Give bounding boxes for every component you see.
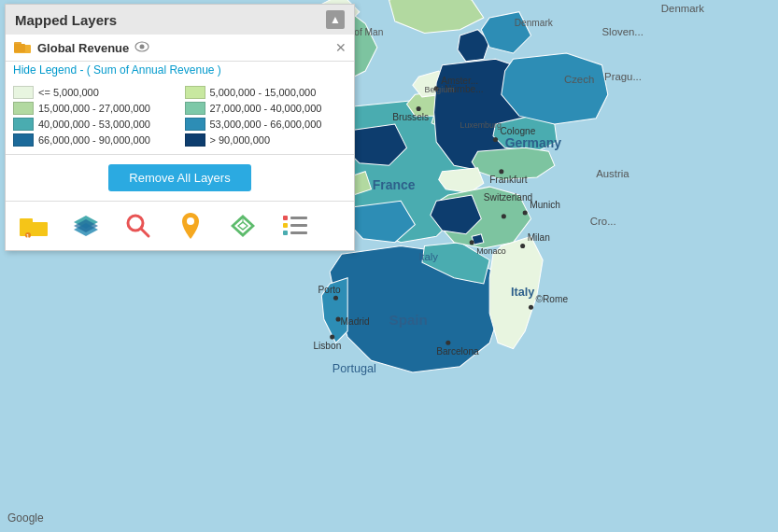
remove-btn-area: Remove All Layers (6, 155, 354, 202)
cro-label: Cro... (590, 216, 616, 227)
belgium-text: Belgium (425, 85, 455, 94)
rome-dot (529, 305, 533, 310)
porto-dot (333, 296, 338, 301)
legend-grid: <= 5,000,0005,000,000 - 15,000,00015,000… (13, 86, 347, 147)
monaco-label: Monaco (476, 246, 506, 256)
munich-dot (523, 210, 528, 215)
svg-rect-25 (283, 231, 288, 235)
sloven-label: Sloven... (602, 26, 644, 37)
brussels-dot (417, 106, 421, 111)
legend-label: 40,000,000 - 53,000,000 (38, 119, 150, 130)
layers-icon (72, 214, 100, 238)
search-tool-button[interactable] (120, 209, 157, 243)
monaco-dot (470, 240, 474, 245)
legend-swatch (13, 133, 34, 147)
legend-swatch (185, 86, 205, 99)
spain-text: Spain (389, 312, 428, 328)
list-tool-button[interactable] (276, 209, 314, 243)
germany-text: Germany (505, 135, 562, 150)
legend-item: 27,000,000 - 40,000,000 (185, 102, 347, 115)
legend-label: 66,000,000 - 90,000,000 (38, 134, 150, 146)
layer-visibility-icon[interactable] (134, 41, 149, 55)
legend-swatch (13, 102, 34, 115)
denmark-label: Denmark (515, 18, 554, 28)
legend-item: 15,000,000 - 27,000,000 (13, 102, 176, 115)
czech-label: Czech (564, 74, 594, 85)
barcelona-label: Barcelona (436, 346, 479, 357)
porto-label: Porto (318, 285, 342, 295)
denmark-map-label: Denmark (661, 3, 705, 14)
cologne-dot (493, 137, 498, 142)
svg-rect-21 (283, 216, 288, 220)
lisbon-label: Lisbon (313, 341, 341, 351)
austria-label: Austria (596, 168, 629, 179)
legend-label: 15,000,000 - 27,000,000 (38, 103, 150, 114)
italy-text: Italy (418, 251, 438, 262)
legend-label: <= 5,000,000 (38, 87, 99, 98)
munich-label: Munich (530, 200, 560, 210)
legend-item: 40,000,000 - 53,000,000 (13, 118, 176, 131)
svg-rect-7 (20, 222, 48, 236)
nuremburg-dot (502, 214, 506, 218)
legend-label: 27,000,000 - 40,000,000 (210, 103, 322, 114)
legend-swatch (13, 86, 34, 99)
legend-item: 66,000,000 - 90,000,000 (13, 133, 176, 147)
panel-collapse-button[interactable]: ▲ (326, 10, 345, 29)
pin-icon (179, 212, 202, 240)
svg-rect-26 (290, 231, 307, 234)
remove-all-layers-button[interactable]: Remove All Layers (108, 164, 250, 191)
legend-swatch (185, 102, 205, 115)
brussels-label: Brussels (392, 112, 429, 122)
legend-item: > 90,000,000 (185, 133, 347, 147)
svg-rect-23 (283, 223, 288, 228)
legend: <= 5,000,0005,000,000 - 15,000,00015,000… (6, 82, 354, 155)
svg-rect-3 (14, 44, 25, 52)
svg-rect-22 (290, 217, 307, 219)
pragu-label: Pragu... (604, 71, 642, 82)
barcelona-dot (446, 341, 450, 345)
legend-item: <= 5,000,000 (13, 86, 176, 99)
folder-tool-button[interactable]: 1 (15, 209, 52, 243)
layer-type-icon (13, 40, 32, 55)
milan-dot (520, 244, 525, 248)
pin-tool-button[interactable] (172, 209, 209, 243)
folder-icon: 1 (19, 213, 49, 239)
poland-region (502, 53, 608, 124)
svg-line-14 (141, 229, 149, 236)
svg-rect-24 (290, 224, 307, 227)
legend-item: 5,000,000 - 15,000,000 (185, 86, 347, 99)
legend-label: 53,000,000 - 66,000,000 (210, 119, 322, 130)
layer-close-button[interactable]: ✕ (335, 40, 347, 55)
list-icon (282, 214, 308, 238)
legend-item: 53,000,000 - 66,000,000 (185, 118, 347, 131)
route-icon (229, 213, 257, 239)
layer-name: Global Revenue (37, 41, 129, 55)
legend-swatch (185, 133, 205, 147)
layers-tool-button[interactable] (67, 209, 105, 243)
portugal-text: Portugal (332, 362, 376, 375)
route-tool-button[interactable] (224, 209, 262, 243)
frankfurt-label: Frankfurt (489, 175, 528, 185)
lisbon-dot (330, 334, 334, 339)
frankfurt-dot (499, 169, 503, 174)
layer-icon (13, 40, 32, 55)
panel-header: Mapped Layers ▲ (6, 5, 354, 35)
switzerland-text: Switzerland (484, 192, 532, 203)
france-text: France (373, 177, 416, 192)
legend-swatch (185, 118, 205, 131)
luxembourg-text: Luxemburg (460, 120, 502, 130)
mapped-layers-panel: Mapped Layers ▲ Global Revenue ✕ (5, 4, 355, 251)
svg-point-15 (187, 217, 194, 225)
legend-label: 5,000,000 - 15,000,000 (210, 87, 317, 98)
layer-left: Global Revenue (13, 40, 149, 55)
madrid-label: Madrid (341, 316, 370, 327)
legend-swatch (13, 118, 34, 131)
svg-point-5 (140, 44, 145, 49)
search-icon (125, 213, 151, 239)
milan-label: Milan (528, 232, 550, 243)
google-label: Google (7, 511, 44, 525)
toolbar: 1 (6, 202, 354, 250)
layer-row: Global Revenue ✕ (6, 35, 354, 62)
hide-legend-link[interactable]: Hide Legend - ( Sum of Annual Revenue ) (6, 62, 354, 82)
legend-label: > 90,000,000 (210, 134, 271, 146)
